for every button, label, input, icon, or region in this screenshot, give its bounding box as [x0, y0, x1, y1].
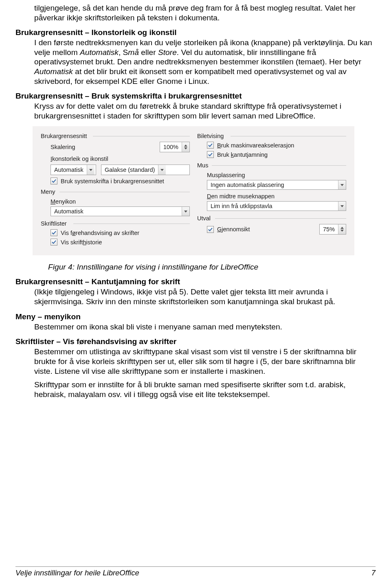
figure-left-column: Brukargrensesnitt Skalering 100% Ikonsto…	[41, 133, 190, 248]
heading-ikonstorleik: Brukargrensesnitt – Ikonstorleik og ikon…	[15, 28, 376, 37]
spin-buttons[interactable]	[182, 142, 189, 152]
checkbox-icon	[207, 151, 214, 158]
para-kantutjamning: (Ikkje tilgjengeleg i Windows, ikkje vis…	[34, 287, 376, 306]
chevron-down-icon[interactable]	[182, 207, 189, 216]
checkbox-label: Bruk maskinvareakselerasjon	[217, 142, 294, 149]
heading-kantutjamning: Brukargrensesnitt – Kantutjamning for sk…	[15, 277, 376, 286]
spin-value: 100%	[160, 142, 182, 152]
combo-value: Lim inn frå utklippstavla	[207, 202, 338, 211]
label-midtknapp: Den midtre museknappen	[207, 193, 346, 200]
footer-title: Velje innstillingar for heile LibreOffic…	[15, 568, 139, 577]
checkbox-label: Bruk kantutjamning	[217, 151, 268, 158]
checkbox-icon	[51, 178, 57, 184]
para-menyikon: Bestemmer om ikona skal bli viste i meny…	[34, 322, 376, 332]
chevron-down-icon[interactable]	[338, 180, 346, 189]
text-italic: Store	[158, 48, 177, 57]
para-font-preview-2: Skrifttypar som er innstilte for å bli b…	[34, 380, 376, 399]
heading-menyikon: Meny – menyikon	[15, 312, 376, 321]
text-italic: Automatisk	[80, 48, 119, 57]
para-ikonstorleik: I den første nedtrekksmenyen kan du velj…	[34, 38, 376, 86]
row-skalering: Skalering 100%	[51, 142, 190, 152]
spin-skalering[interactable]: 100%	[160, 142, 190, 152]
row-gjennomsikt: Gjennomsikt 75%	[207, 224, 346, 235]
label-ikonstorleik: Ikonstorleik og ikonstil	[51, 156, 190, 162]
checkbox-label: Gjennomsikt	[217, 226, 316, 233]
text-italic: må	[128, 48, 139, 57]
para-font-preview-1: Bestemmer om utlistinga av skrifttypane …	[34, 347, 376, 376]
group-label-skriftlister: Skriftlister	[41, 220, 190, 227]
checkbox-font-history[interactable]: Vis skrifthistorie	[51, 239, 190, 246]
combo-value: Automatisk	[51, 207, 182, 216]
group-label-biletvising: Biletvising	[197, 133, 346, 139]
text: at det blir brukt eit ikonsett som er ko…	[34, 67, 347, 86]
checkbox-hw-accel[interactable]: Bruk maskinvareakselerasjon	[207, 142, 346, 149]
label-musplassering: Musplassering	[207, 172, 346, 178]
spin-buttons[interactable]	[338, 224, 346, 234]
combo-icon-theme[interactable]: Galakse (standard)	[101, 165, 190, 175]
spin-gjennomsikt[interactable]: 75%	[319, 224, 346, 235]
heading-systemskrift: Brukargrensesnitt – Bruk systemskrifta i…	[15, 92, 376, 101]
checkbox-label: Vis førehandsvising av skrifter	[61, 230, 139, 236]
chevron-down-icon[interactable]	[87, 165, 94, 175]
combo-value: Galakse (standard)	[101, 165, 158, 175]
combo-mus-plassering[interactable]: Ingen automatisk plassering	[207, 180, 346, 190]
footer-page-number: 7	[371, 568, 376, 577]
checkbox-label: Bruk systemskrifta i brukargrensesnittet	[61, 178, 164, 184]
combo-value: Ingen automatisk plassering	[207, 180, 338, 189]
checkbox-systemskrift[interactable]: Bruk systemskrifta i brukargrensesnittet	[51, 178, 190, 184]
group-label-meny: Meny	[41, 189, 190, 195]
figure-options-dialog: Brukargrensesnitt Skalering 100% Ikonsto…	[33, 126, 354, 255]
document-page: tilgjengelege, så det kan hende du må pr…	[0, 3, 391, 588]
combo-icon-size[interactable]: Automatisk	[51, 165, 96, 175]
chevron-down-icon[interactable]	[338, 202, 346, 211]
checkbox-icon	[51, 229, 57, 236]
checkbox-gjennomsikt[interactable]	[207, 226, 214, 233]
heading-font-preview: Skriftlister – Vis førehandsvising av sk…	[15, 337, 376, 346]
group-label-mus: Mus	[197, 162, 346, 169]
chevron-down-icon[interactable]	[158, 165, 166, 175]
footer-rule	[15, 566, 376, 567]
combo-midtknapp[interactable]: Lim inn frå utklippstavla	[207, 201, 346, 211]
figure-right-column: Biletvising Bruk maskinvareakselerasjon …	[197, 133, 346, 248]
checkbox-icon	[207, 142, 214, 149]
page-footer: Velje innstillingar for heile LibreOffic…	[15, 566, 376, 577]
checkbox-icon	[51, 239, 57, 246]
label-menyikon: Menyikon	[51, 198, 190, 205]
checkbox-label: Vis skrifthistorie	[61, 239, 102, 246]
intro-paragraph: tilgjengelege, så det kan hende du må pr…	[34, 3, 376, 22]
text: eller	[139, 48, 158, 57]
combo-menyikon[interactable]: Automatisk	[51, 206, 190, 216]
text-italic: Automatisk	[34, 67, 73, 76]
text: , S	[119, 48, 128, 57]
para-systemskrift: Kryss av for dette valet om du føretrekk…	[34, 101, 376, 121]
checkbox-antialias[interactable]: Bruk kantutjamning	[207, 151, 346, 158]
combo-value: Automatisk	[51, 165, 87, 175]
checkbox-font-preview[interactable]: Vis førehandsvising av skrifter	[51, 229, 190, 236]
spin-value: 75%	[320, 224, 338, 234]
group-label-ui: Brukargrensesnitt	[41, 133, 190, 139]
label-skalering: Skalering	[51, 144, 156, 150]
figure-caption: Figur 4: Innstillingane for vising i inn…	[48, 263, 376, 272]
group-label-utval: Utval	[197, 215, 346, 222]
